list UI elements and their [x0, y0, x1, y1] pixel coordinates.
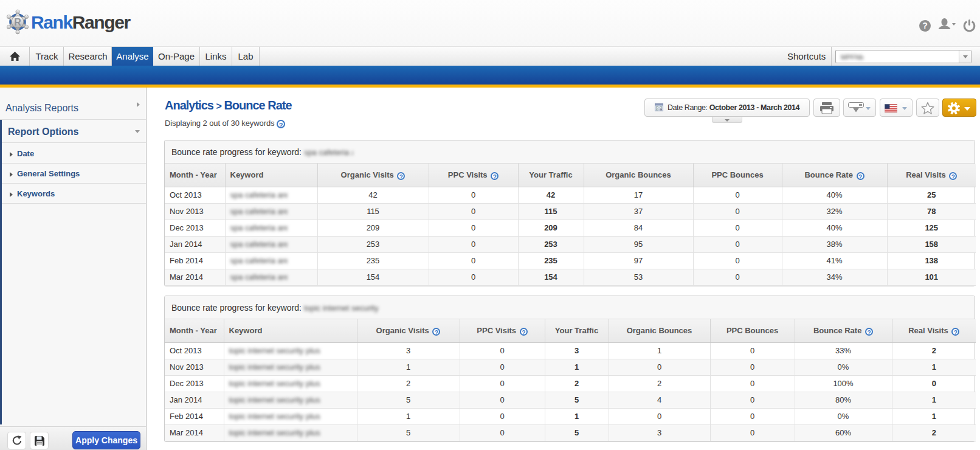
svg-text:R: R — [14, 17, 21, 27]
